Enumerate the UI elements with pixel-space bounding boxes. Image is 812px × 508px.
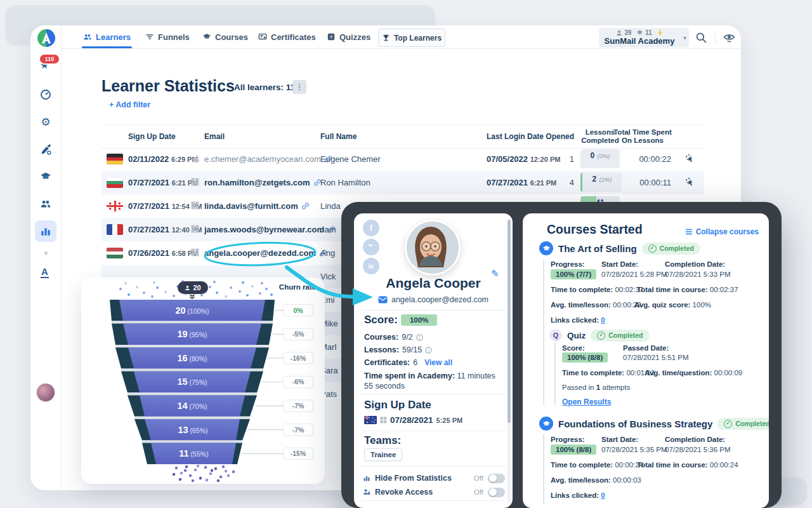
table-row[interactable]: 07/27/2021 6:21 PM ron.hamilton@zetgets.… (102, 171, 704, 194)
quiz-header[interactable]: Q Quiz ✓Completed (549, 329, 650, 342)
full-name-cell: Jam (320, 225, 336, 234)
learner-name: Angela Cooper (354, 276, 513, 291)
tab-top-learners[interactable]: Top Learners (378, 29, 445, 47)
course-header[interactable]: The Art of Selling ✓Completed (539, 241, 700, 255)
svg-text:0%: 0% (293, 307, 303, 314)
preview-eye-icon[interactable] (723, 32, 735, 43)
topbar-divider (62, 48, 741, 49)
text-format-icon[interactable]: A (41, 266, 49, 278)
svg-text:20 (100%): 20 (100%) (176, 305, 209, 316)
course-header[interactable]: Foundations of Business Strategy ✓Comple… (539, 417, 769, 431)
profile-scrollbar[interactable] (508, 218, 511, 503)
twitter-icon[interactable] (363, 239, 379, 255)
table-header: Sign Up Date Email Full Name Last Login … (102, 124, 704, 149)
funnel-chart-card: 20 Churn rate 0%20 (100%)-5%19 (95%)-16%… (81, 277, 325, 484)
revoke-access-toggle[interactable] (488, 488, 505, 497)
chevron-down-icon: ▾ (683, 34, 686, 41)
col-total-time[interactable]: Total Time Spent On Lessons (608, 128, 678, 145)
email-cell[interactable]: angela.cooper@dezedd.com (204, 248, 327, 258)
settings-gear-icon[interactable]: ⚙ (40, 116, 51, 127)
search-icon[interactable] (695, 32, 707, 44)
certificate-icon (258, 32, 267, 41)
australia-flag-icon (364, 416, 377, 424)
full-name-cell: Eugene Chemer (320, 154, 381, 164)
svg-text:13 (65%): 13 (65%) (178, 425, 207, 435)
learner-email[interactable]: angela.cooper@dezed.com (354, 295, 513, 304)
hide-from-statistics-toggle[interactable] (488, 474, 505, 483)
tab-funnels[interactable]: Funnels (145, 25, 190, 48)
team-chip[interactable]: Trainee (364, 448, 402, 461)
academyocean-logo-icon[interactable] (37, 29, 56, 48)
svg-text:?: ? (330, 34, 333, 40)
view-all-link[interactable]: View all (424, 358, 452, 367)
open-results-link[interactable]: Open Results (562, 398, 611, 406)
email-cell[interactable]: e.chemer@academyocean.com (204, 154, 332, 164)
certificates-row: Certificates:6 View all (364, 358, 452, 367)
click-activity-icon[interactable] (685, 154, 695, 164)
envelope-icon (378, 296, 388, 304)
list-icon (685, 229, 693, 235)
click-activity-icon[interactable] (685, 177, 695, 187)
email-cell[interactable]: ron.hamilton@zetgets.com (204, 178, 322, 187)
apple-os-icon (191, 154, 200, 164)
tab-learners[interactable]: Learners (83, 25, 131, 48)
tab-courses[interactable]: Courses (202, 25, 248, 48)
branding-brush-icon[interactable] (40, 144, 51, 155)
link-icon[interactable] (301, 202, 310, 210)
academy-switcher[interactable]: 39 11 SunMail Academy ▾ (599, 28, 689, 48)
courses-started-title: Courses Started (547, 222, 643, 237)
tab-label: Courses (215, 32, 248, 42)
course-cap-icon (539, 417, 553, 431)
score-row: Score: 100% (364, 314, 437, 326)
svg-text:16 (80%): 16 (80%) (177, 353, 207, 363)
opened-cell: 1 (539, 154, 574, 164)
col-last-login[interactable]: Last Login Date (487, 132, 544, 141)
dashboard-icon[interactable] (40, 89, 51, 100)
windows-os-icon (191, 201, 199, 210)
header-divider (715, 31, 716, 44)
signup-row: 07/28/2021 5:25 PM (364, 415, 462, 425)
score-badge: 100% (401, 314, 437, 326)
facebook-icon[interactable]: f (363, 220, 379, 236)
info-icon[interactable]: i (425, 347, 432, 354)
signup-date-cell: 02/11/2022 6:29 PM (128, 154, 198, 164)
quiz-q-icon: Q (549, 329, 562, 342)
svg-text:14 (70%): 14 (70%) (177, 401, 207, 411)
links-clicked-link[interactable]: 0 (601, 316, 605, 324)
sidebar-divider (61, 25, 62, 490)
app-screenshot: 115 ★ ⚙ A Learners Funnels Courses Certi… (0, 0, 812, 508)
spark-icon (657, 29, 663, 36)
linkedin-icon[interactable]: in (363, 258, 379, 274)
quiz-detail-rule (554, 343, 556, 405)
quiz-score-badge: 100% (8/8) (562, 352, 608, 363)
col-email[interactable]: Email (204, 132, 225, 141)
completed-badge: ✓Completed (591, 330, 649, 342)
col-full-name[interactable]: Full Name (320, 132, 357, 141)
revoke-access-row: Revoke Access Off (363, 485, 505, 499)
sidebar-item-statistics-active[interactable] (35, 220, 56, 242)
progress-badge: 100% (7/7) (551, 269, 596, 279)
add-filter-button[interactable]: + Add filter (109, 100, 150, 109)
progress-badge: 100% (8/8) (551, 444, 596, 455)
hide-from-statistics-row: Hide From Statistics Off (363, 471, 505, 485)
notification-badge: 115 (39, 53, 60, 65)
kebab-menu-button[interactable]: ⋮ (292, 80, 306, 94)
funnel-chart[interactable]: 0%20 (100%)-5%19 (95%)-16%16 (80%)-6%15 … (81, 277, 325, 484)
email-cell[interactable]: james.woods@byrnewear.com (204, 225, 336, 234)
tab-certificates[interactable]: Certificates (258, 25, 316, 48)
table-row[interactable]: 02/11/2022 6:29 PM e.chemer@academyocean… (102, 147, 704, 171)
info-icon[interactable]: i (416, 334, 423, 341)
courses-cap-icon[interactable] (40, 171, 51, 182)
tab-quizzes[interactable]: ? Quizzes (327, 25, 370, 48)
collapse-courses-link[interactable]: Collapse courses (685, 227, 759, 236)
funnel-entered-pill[interactable]: 20 (178, 281, 208, 294)
teams-people-icon[interactable] (40, 198, 51, 210)
user-avatar[interactable] (37, 384, 55, 401)
links-clicked-link[interactable]: 0 (601, 491, 605, 499)
col-opened[interactable]: Opened (539, 132, 574, 141)
quiz-icon: ? (327, 32, 336, 41)
country-flag-icon (107, 224, 123, 235)
col-signup-date[interactable]: Sign Up Date (128, 132, 176, 141)
email-cell[interactable]: linda.davis@furnitt.com (204, 201, 310, 211)
scrollbar-thumb[interactable] (508, 220, 511, 423)
